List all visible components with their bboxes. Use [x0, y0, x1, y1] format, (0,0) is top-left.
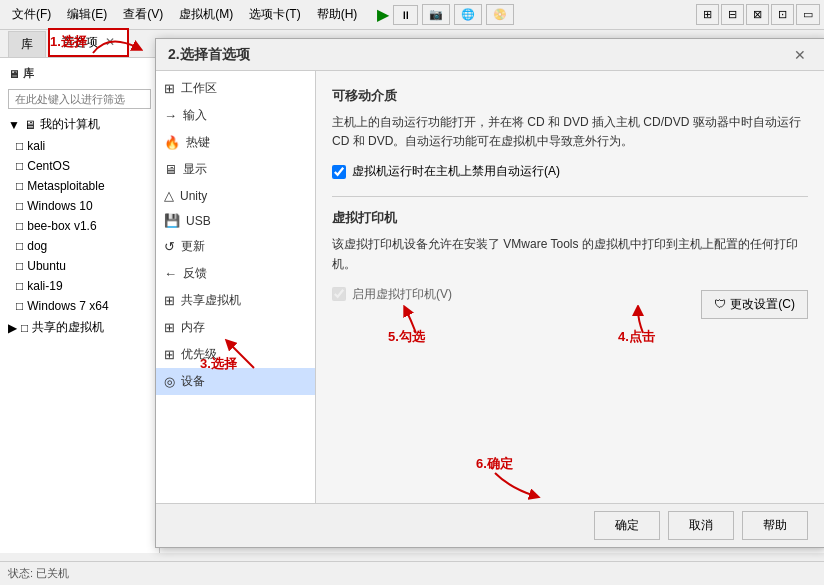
tree-item-kali19[interactable]: □ kali-19: [0, 276, 159, 296]
menu-bar: 文件(F) 编辑(E) 查看(V) 虚拟机(M) 选项卡(T) 帮助(H) ▶ …: [0, 0, 824, 30]
tree-item-shared[interactable]: ▶ □ 共享的虚拟机: [0, 316, 159, 339]
removable-media-title: 可移动介质: [332, 87, 808, 105]
nav-item-display[interactable]: 🖥 显示: [156, 156, 315, 183]
network-button[interactable]: 🌐: [454, 4, 482, 25]
display-icon: 🖥: [164, 162, 177, 177]
nav-item-hotkey[interactable]: 🔥 热键: [156, 129, 315, 156]
tree-item-kali[interactable]: □ kali: [0, 136, 159, 156]
nav-item-update[interactable]: ↺ 更新: [156, 233, 315, 260]
dialog-body: ⊞ 工作区 → 输入 🔥 热键 🖥 显示: [156, 71, 824, 503]
tab-library[interactable]: 库: [8, 31, 46, 57]
nav-item-devices[interactable]: ◎ 设备: [156, 368, 315, 395]
menu-file[interactable]: 文件(F): [4, 2, 59, 27]
nav-item-priority[interactable]: ⊞ 优先级: [156, 341, 315, 368]
vm-icon: □: [16, 259, 23, 273]
dialog-close-button[interactable]: ✕: [788, 45, 812, 65]
sidebar: 🖥 库 ▼ 🖥 我的计算机 □ kali □ CentOS □ Metasplo…: [0, 58, 160, 553]
unity-icon: △: [164, 188, 174, 203]
ok-button[interactable]: 确定: [594, 511, 660, 540]
tree-item-windows10[interactable]: □ Windows 10: [0, 196, 159, 216]
vm-icon: □: [16, 239, 23, 253]
vm-icon: □: [16, 279, 23, 293]
menu-vm[interactable]: 虚拟机(M): [171, 2, 241, 27]
dialog-nav: ⊞ 工作区 → 输入 🔥 热键 🖥 显示: [156, 71, 316, 503]
tree-item-ubuntu[interactable]: □ Ubuntu: [0, 256, 159, 276]
vm-icon: □: [16, 199, 23, 213]
section-divider: [332, 196, 808, 197]
nav-item-workspace[interactable]: ⊞ 工作区: [156, 75, 315, 102]
printer-checkbox-row: 启用虚拟打印机(V): [332, 286, 452, 303]
dialog-footer: 确定 取消 帮助: [156, 503, 824, 547]
printer-checkbox-label: 启用虚拟打印机(V): [352, 286, 452, 303]
usb-icon: 💾: [164, 213, 180, 228]
change-settings-button[interactable]: 🛡 更改设置(C): [701, 290, 808, 319]
nav-item-feedback[interactable]: ← 反馈: [156, 260, 315, 287]
tree-item-metasploitable[interactable]: □ Metasploitable: [0, 176, 159, 196]
shared-icon: □: [21, 321, 28, 335]
feedback-icon: ←: [164, 266, 177, 281]
printer-checkbox[interactable]: [332, 287, 346, 301]
cancel-button[interactable]: 取消: [668, 511, 734, 540]
nav-item-unity[interactable]: △ Unity: [156, 183, 315, 208]
expand-icon: ▼: [8, 118, 20, 132]
priority-icon: ⊞: [164, 347, 175, 362]
nav-item-input[interactable]: → 输入: [156, 102, 315, 129]
input-icon: →: [164, 108, 177, 123]
menu-view[interactable]: 查看(V): [115, 2, 171, 27]
computer-icon: 🖥: [24, 118, 36, 132]
virtual-printer-desc: 该虚拟打印机设备允许在安装了 VMware Tools 的虚拟机中打印到主机上配…: [332, 235, 808, 273]
vm-icon: □: [16, 299, 23, 313]
workspace-icon: ⊞: [164, 81, 175, 96]
tree-item-windows7[interactable]: □ Windows 7 x64: [0, 296, 159, 316]
tree-item-my-computer[interactable]: ▼ 🖥 我的计算机: [0, 113, 159, 136]
pause-button[interactable]: ⏸: [393, 5, 418, 25]
memory-icon: ⊞: [164, 320, 175, 335]
view-btn4[interactable]: ⊡: [771, 4, 794, 25]
status-text: 状态: 已关机: [8, 566, 69, 581]
search-input[interactable]: [8, 89, 151, 109]
tree-item-centos[interactable]: □ CentOS: [0, 156, 159, 176]
sidebar-header: 🖥 库: [0, 62, 159, 85]
view-btn3[interactable]: ⊠: [746, 4, 769, 25]
autorun-checkbox[interactable]: [332, 165, 346, 179]
app-window: 文件(F) 编辑(E) 查看(V) 虚拟机(M) 选项卡(T) 帮助(H) ▶ …: [0, 0, 824, 585]
play-button[interactable]: ▶: [377, 5, 389, 24]
nav-item-memory[interactable]: ⊞ 内存: [156, 314, 315, 341]
dialog-right-content: 可移动介质 主机上的自动运行功能打开，并在将 CD 和 DVD 插入主机 CD/…: [316, 71, 824, 503]
usb-button[interactable]: 📀: [486, 4, 514, 25]
shield-icon: 🛡: [714, 297, 726, 311]
view-btn1[interactable]: ⊞: [696, 4, 719, 25]
sidebar-title: 库: [23, 66, 34, 81]
menu-tab[interactable]: 选项卡(T): [241, 2, 308, 27]
tree-item-beebox[interactable]: □ bee-box v1.6: [0, 216, 159, 236]
tab-preferences[interactable]: 首选项 ✕: [48, 28, 129, 57]
removable-media-desc: 主机上的自动运行功能打开，并在将 CD 和 DVD 插入主机 CD/DVD 驱动…: [332, 113, 808, 151]
vm-icon: □: [16, 179, 23, 193]
status-bar: 状态: 已关机: [0, 561, 824, 585]
hotkey-icon: 🔥: [164, 135, 180, 150]
tree-item-dog[interactable]: □ dog: [0, 236, 159, 256]
snapshot-button[interactable]: 📷: [422, 4, 450, 25]
vm-icon: □: [16, 219, 23, 233]
vm-icon: □: [16, 159, 23, 173]
vm-icon: □: [16, 139, 23, 153]
menu-help[interactable]: 帮助(H): [309, 2, 366, 27]
expand-icon: ▶: [8, 321, 17, 335]
dialog-title: 2.选择首选项: [168, 46, 250, 64]
computer-icon: 🖥: [8, 68, 19, 80]
nav-item-shared-vm[interactable]: ⊞ 共享虚拟机: [156, 287, 315, 314]
help-button[interactable]: 帮助: [742, 511, 808, 540]
shared-vm-icon: ⊞: [164, 293, 175, 308]
autorun-checkbox-row: 虚拟机运行时在主机上禁用自动运行(A): [332, 163, 808, 180]
dialog-title-bar: 2.选择首选项 ✕: [156, 39, 824, 71]
menu-edit[interactable]: 编辑(E): [59, 2, 115, 27]
update-icon: ↺: [164, 239, 175, 254]
tab-close-icon[interactable]: ✕: [105, 35, 115, 49]
preferences-dialog: 2.选择首选项 ✕ ⊞ 工作区 → 输入 🔥: [155, 38, 824, 548]
main-content: 🖥 库 ▼ 🖥 我的计算机 □ kali □ CentOS □ Metasplo…: [0, 58, 824, 553]
view-btn2[interactable]: ⊟: [721, 4, 744, 25]
virtual-printer-title: 虚拟打印机: [332, 209, 808, 227]
autorun-checkbox-label[interactable]: 虚拟机运行时在主机上禁用自动运行(A): [352, 163, 560, 180]
nav-item-usb[interactable]: 💾 USB: [156, 208, 315, 233]
view-btn5[interactable]: ▭: [796, 4, 820, 25]
